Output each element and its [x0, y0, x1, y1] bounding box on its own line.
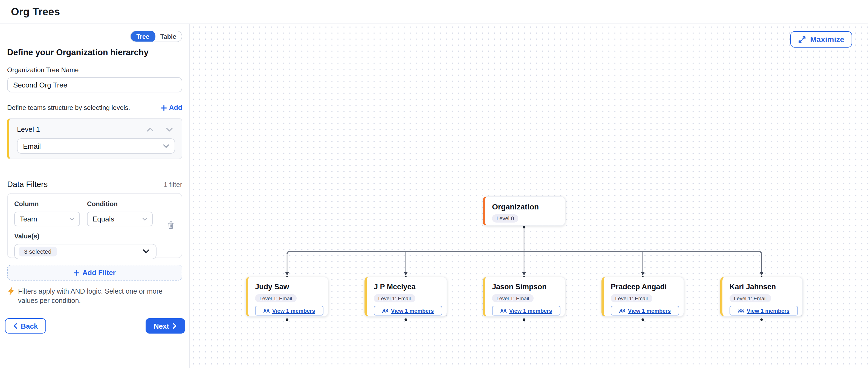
view-members-button[interactable]: View 1 members — [374, 306, 442, 315]
data-filters-header: Data Filters 1 filter — [7, 180, 182, 189]
maximize-button[interactable]: Maximize — [790, 31, 852, 47]
selected-values-chip: 3 selected — [19, 246, 57, 257]
members-icon — [619, 308, 626, 313]
level-reorder-controls — [147, 127, 173, 132]
condition-select[interactable]: Equals — [87, 212, 153, 226]
node-title: Jason Simpson — [492, 283, 558, 291]
values-label: Value(s) — [14, 232, 175, 240]
members-icon — [500, 308, 507, 313]
data-filters-title: Data Filters — [7, 180, 48, 189]
node-level-badge: Level 1: Email — [255, 294, 297, 302]
node-level-badge: Level 1: Email — [492, 294, 533, 302]
level-card: Level 1 Email — [7, 118, 182, 159]
org-node-child[interactable]: Pradeep Angadi Level 1: Email View 1 mem… — [601, 277, 684, 316]
filter-card: Column Team Condition Equals — [7, 193, 182, 258]
condition-label: Condition — [87, 200, 153, 208]
plus-icon — [73, 270, 79, 275]
chevron-up-icon[interactable] — [147, 127, 154, 132]
teams-structure-description: Define teams structure by selecting leve… — [7, 104, 130, 111]
teams-structure-row: Define teams structure by selecting leve… — [7, 104, 182, 111]
delete-filter-button[interactable] — [167, 221, 175, 230]
level-label: Level 1 — [17, 125, 40, 133]
trash-icon — [167, 221, 175, 230]
node-level-badge: Level 1: Email — [611, 294, 652, 302]
org-node-child[interactable]: Jason Simpson Level 1: Email View 1 memb… — [483, 277, 565, 316]
page-title: Org Trees — [11, 6, 60, 18]
members-icon — [264, 308, 270, 313]
node-title: Organization — [492, 202, 558, 211]
filters-note-text: Filters apply with AND logic. Select one… — [18, 287, 182, 306]
org-node-root[interactable]: Organization Level 0 — [483, 196, 565, 226]
members-icon — [382, 308, 389, 313]
filter-column-group: Column Team — [14, 200, 80, 226]
chevron-left-icon — [13, 323, 18, 329]
level-card-header: Level 1 — [17, 125, 175, 133]
node-level-badge: Level 1: Email — [730, 294, 771, 302]
plus-icon — [161, 105, 167, 111]
column-label: Column — [14, 200, 80, 208]
org-node-child[interactable]: Judy Saw Level 1: Email View 1 members — [246, 277, 329, 316]
toggle-table[interactable]: Table — [155, 31, 182, 42]
tree-name-label: Organization Tree Name — [7, 66, 182, 74]
view-members-button[interactable]: View 1 members — [730, 306, 798, 315]
filter-fields-row: Column Team Condition Equals — [14, 200, 175, 226]
view-members-button[interactable]: View 1 members — [255, 306, 323, 315]
back-button[interactable]: Back — [5, 318, 46, 334]
maximize-icon — [798, 35, 806, 43]
lightning-icon — [8, 287, 14, 296]
node-level-badge: Level 0 — [492, 214, 519, 223]
toggle-tree[interactable]: Tree — [130, 31, 155, 42]
next-button[interactable]: Next — [146, 318, 185, 334]
filter-count-badge: 1 filter — [164, 181, 182, 189]
tree-name-input[interactable] — [7, 77, 182, 92]
members-icon — [738, 308, 745, 313]
values-multiselect[interactable]: 3 selected — [14, 244, 157, 259]
chevron-down-icon — [143, 249, 149, 254]
column-select[interactable]: Team — [14, 212, 80, 226]
node-title: Judy Saw — [255, 283, 321, 291]
node-title: Pradeep Angadi — [611, 283, 677, 291]
node-title: Kari Jahnsen — [730, 283, 796, 291]
chevron-down-icon — [163, 144, 169, 148]
app-header: Org Trees — [0, 0, 868, 24]
view-members-button[interactable]: View 1 members — [492, 306, 560, 315]
sidebar: Tree Table Define your Organization hier… — [0, 24, 190, 368]
chevron-right-icon — [173, 323, 177, 329]
org-node-child[interactable]: J P Mcelyea Level 1: Email View 1 member… — [365, 277, 447, 316]
view-members-button[interactable]: View 1 members — [611, 306, 679, 315]
level-field-select[interactable]: Email — [17, 138, 175, 154]
node-level-badge: Level 1: Email — [374, 294, 415, 302]
wizard-footer: Back Next — [5, 318, 185, 334]
filter-condition-group: Condition Equals — [87, 200, 153, 226]
view-toggle-row: Tree Table — [7, 31, 182, 42]
chevron-down-icon — [142, 218, 147, 221]
filter-values-group: Value(s) 3 selected — [14, 232, 175, 259]
org-node-child[interactable]: Kari Jahnsen Level 1: Email View 1 membe… — [720, 277, 803, 316]
tree-table-toggle[interactable]: Tree Table — [130, 31, 182, 42]
org-trees-page: Org Trees Tree Table Define your Organiz… — [0, 0, 868, 368]
chevron-down-icon[interactable] — [166, 127, 173, 132]
node-title: J P Mcelyea — [374, 283, 440, 291]
add-filter-button[interactable]: Add Filter — [7, 265, 182, 280]
hierarchy-heading: Define your Organization hierarchy — [7, 47, 182, 58]
add-level-button[interactable]: Add — [161, 104, 182, 111]
chevron-down-icon — [69, 218, 74, 221]
filters-note: Filters apply with AND logic. Select one… — [7, 287, 182, 306]
org-tree-canvas[interactable]: Maximize — [190, 24, 868, 368]
